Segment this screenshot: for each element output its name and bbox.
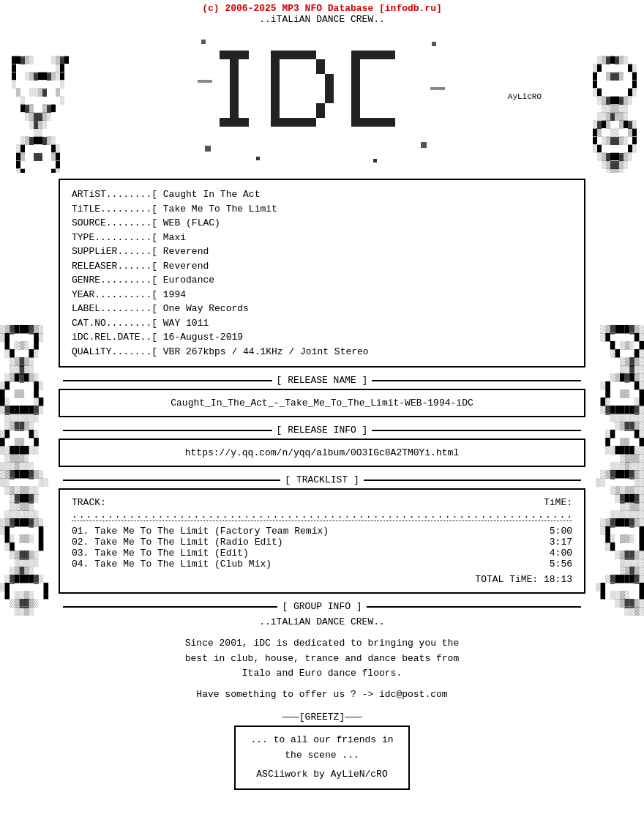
svg-rect-3: [220, 118, 249, 127]
svg-rect-11: [351, 59, 360, 118]
track-time-3: 4:00: [550, 548, 572, 559]
svg-rect-18: [430, 87, 445, 90]
track-title-3: 03. Take Me To The Limit (Edit): [72, 548, 249, 559]
ascii-art-area: ██▓▒░ ░▒▓█ █ ░█ █ ░▒▓██▓▒░█ ░ ░ ▒ ░░▒▓ ▒…: [0, 26, 644, 173]
logo-ascii: [198, 26, 446, 173]
svg-rect-20: [373, 159, 377, 163]
track-title-2: 02. Take Me To The Limit (Radio Edit): [72, 537, 283, 548]
table-row: 02. Take Me To The Limit (Radio Edit) 3:…: [72, 537, 572, 548]
main-content: ARTiST........[ Caught In The Act TiTLE.…: [0, 179, 644, 790]
bottom-ascii-art: [0, 805, 644, 817]
svg-rect-12: [351, 118, 395, 127]
time-col-header: TiME:: [544, 497, 572, 508]
svg-rect-15: [205, 146, 211, 152]
group-info-divider: [ GROUP INFO ]: [59, 601, 585, 612]
svg-rect-6: [316, 59, 325, 74]
page-wrapper: (c) 2006-2025 MP3 NFO Database [infodb.r…: [0, 0, 644, 817]
group-name-text: ..iTALiAN DANCE CREW..: [59, 615, 585, 630]
divider-line-right2: [372, 430, 581, 431]
svg-rect-16: [421, 142, 427, 148]
release-name-box: Caught_In_The_Act_-_Take_Me_To_The_Limit…: [59, 389, 585, 417]
group-info-header-label: [ GROUP INFO ]: [282, 601, 362, 612]
total-time-label: TOTAL TiME:: [475, 574, 538, 585]
crew-text: ..iTALiAN DANCE CREW..: [0, 14, 644, 25]
table-row: 03. Take Me To The Limit (Edit) 4:00: [72, 548, 572, 559]
group-desc3: Italo and Euro dance floors.: [59, 666, 585, 682]
release-name-text: Caught_In_The_Act_-_Take_Me_To_The_Limit…: [171, 398, 473, 409]
svg-rect-17: [198, 80, 212, 83]
right-ascii-art: ░▒▓█▓▒░ ░█ █░ █ ▒▓▓▒ █ █ █ ░█ █░ ░▒▓██▓▒…: [593, 48, 637, 173]
greetz-outer: ———[GREETZ]——— ... to all our friends in…: [59, 710, 585, 790]
svg-rect-4: [271, 51, 280, 127]
release-info-divider: [ RELEASE INFO ]: [59, 425, 585, 436]
tracklist-header-label: [ TRACKLIST ]: [285, 474, 359, 485]
track-title-1: 01. Take Me To The Limit (Factory Team R…: [72, 526, 329, 537]
divider-line-left: [63, 380, 272, 381]
group-info-box: ..iTALiAN DANCE CREW.. Since 2001, iDC i…: [59, 615, 585, 790]
release-name-header-label: [ RELEASE NAME ]: [277, 375, 368, 386]
svg-rect-2: [230, 59, 239, 118]
total-time-value: 18:13: [544, 574, 572, 585]
release-info-box: ARTiST........[ Caught In The Act TiTLE.…: [59, 179, 585, 368]
svg-rect-14: [432, 42, 436, 46]
svg-rect-10: [351, 51, 395, 59]
track-title-4: 04. Take Me To The Limit (Club Mix): [72, 559, 272, 570]
divider-line-right3: [364, 480, 581, 481]
group-desc1: Since 2001, iDC is dedicated to bringing…: [59, 636, 585, 652]
track-col-header: TRACK:: [72, 497, 106, 508]
svg-rect-1: [220, 51, 249, 59]
track-time-2: 3:17: [550, 537, 572, 548]
release-info-url-box: https://y.qq.com/n/yqq/album/0O3IGc8A2TM…: [59, 439, 585, 467]
copyright-text: (c) 2006-2025 MP3 NFO Database [infodb.r…: [0, 3, 644, 14]
tracklist-box: TRACK: TiME: ...........................…: [59, 488, 585, 594]
greetz-box: ... to all our friends in the scene ... …: [234, 725, 410, 790]
greetz-line1: ... to all our friends in: [250, 733, 394, 748]
aglicro-label: AyLicRO: [508, 92, 542, 101]
divider-line-right: [372, 380, 581, 381]
table-row: 01. Take Me To The Limit (Factory Team R…: [72, 526, 572, 537]
svg-rect-9: [280, 118, 316, 127]
group-contact: Have something to offer us ? -> idc@post…: [59, 687, 585, 703]
divider-line-left3: [63, 480, 280, 481]
divider-line-left4: [63, 606, 277, 608]
greetz-line2: the scene ...: [250, 748, 394, 764]
svg-rect-5: [280, 51, 316, 59]
greetz-section-title: ———[GREETZ]———: [59, 710, 585, 725]
total-time-row: TOTAL TiME: 18:13: [72, 574, 572, 585]
table-row: 04. Take Me To The Limit (Club Mix) 5:56: [72, 559, 572, 570]
tracklist-dots: ........................................…: [72, 510, 572, 521]
svg-rect-13: [201, 40, 206, 44]
side-right-decoration: ░▒▓███▓▒░ ░█ █░ █ ░▒░ █ ░█ █░ ░▒▓▒░ ░░▓░…: [585, 318, 644, 616]
divider-line-right4: [367, 606, 581, 608]
release-url-text: https://y.qq.com/n/yqq/album/0O3IGc8A2TM…: [185, 447, 459, 458]
group-desc2: best in club, house, trance and dance be…: [59, 652, 585, 667]
tracklist-column-headers: TRACK: TiME:: [72, 497, 572, 508]
release-info-header-label: [ RELEASE INFO ]: [277, 425, 368, 436]
top-header: (c) 2006-2025 MP3 NFO Database [infodb.r…: [0, 0, 644, 26]
svg-rect-19: [256, 157, 260, 160]
greetz-title-label: [GREETZ]: [299, 712, 345, 723]
side-left-decoration: ░▒▓███▓▒░ ░█ █░ █ ░▒░ █ ░█ █░ ░▒▓▒░ ░░▓░…: [0, 318, 59, 616]
track-list: 01. Take Me To The Limit (Factory Team R…: [72, 526, 572, 570]
tracklist-divider: [ TRACKLIST ]: [59, 474, 585, 485]
track-time-1: 5:00: [550, 526, 572, 537]
svg-rect-7: [325, 74, 334, 103]
release-info-text: ARTiST........[ Caught In The Act TiTLE.…: [72, 187, 572, 359]
left-ascii-art: ██▓▒░ ░▒▓█ █ ░█ █ ░▒▓██▓▒░█ ░ ░ ▒ ░░▒▓ ▒…: [7, 48, 69, 173]
track-time-4: 5:56: [550, 559, 572, 570]
svg-rect-8: [316, 103, 325, 118]
divider-line-left2: [63, 430, 272, 431]
greetz-line3: ASCiiwork by AyLieN/cRO: [250, 767, 394, 783]
release-name-divider: [ RELEASE NAME ]: [59, 375, 585, 386]
